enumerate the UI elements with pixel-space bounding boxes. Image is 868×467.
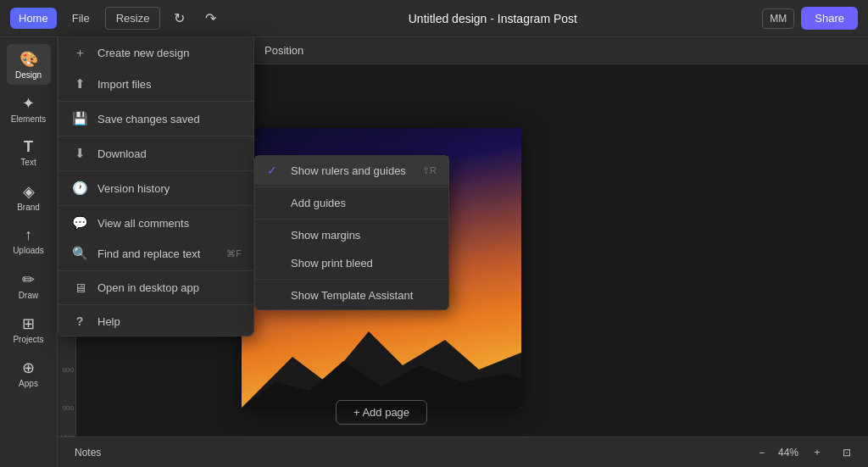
sidebar-item-apps[interactable]: ⊕ Apps <box>7 353 51 393</box>
file-dropdown-divider-5 <box>58 270 253 271</box>
file-item-version-history-label: Version history <box>97 182 170 195</box>
zoom-in-button[interactable]: ＋ <box>805 442 829 463</box>
file-dropdown-divider-6 <box>58 304 253 305</box>
sidebar-item-design[interactable]: 🎨 Design <box>7 44 51 85</box>
file-dropdown-divider-2 <box>58 136 253 136</box>
download-icon: ⬇ <box>70 146 89 161</box>
file-item-save-changes[interactable]: 💾 Save changes saved <box>58 103 253 134</box>
rulers-item-show-rulers[interactable]: ✓ Show rulers and guides ⇧R <box>255 156 448 185</box>
import-files-icon: ⬆ <box>70 76 89 92</box>
rulers-item-show-template[interactable]: Show Template Assistant <box>255 281 448 309</box>
sidebar-item-uploads[interactable]: ↑ Uploads <box>7 220 51 261</box>
sidebar-item-elements[interactable]: ✦ Elements <box>7 88 51 129</box>
save-changes-icon: 💾 <box>70 111 89 126</box>
file-item-create-new-design-label: Create new design <box>97 47 189 59</box>
zoom-level: 44% <box>778 447 798 459</box>
view-comments-icon: 💬 <box>70 215 89 231</box>
share-button[interactable]: Share <box>801 7 858 30</box>
rotate-icon[interactable]: ↻ <box>167 6 192 31</box>
sidebar-item-draw[interactable]: ✏ Draw <box>7 264 51 305</box>
sidebar-item-projects-label: Projects <box>13 335 43 344</box>
redo-icon[interactable]: ↷ <box>198 6 223 31</box>
rulers-item-show-print-bleed[interactable]: Show print bleed <box>255 249 448 277</box>
file-dropdown: ＋ Create new design ⬆ Import files 💾 Sav… <box>58 37 254 336</box>
projects-icon: ⊞ <box>22 314 35 333</box>
topbar: Home File Resize ↻ ↷ MM Share <box>0 0 868 37</box>
file-item-help[interactable]: ? Help <box>58 307 253 336</box>
help-icon: ? <box>70 314 89 328</box>
sidebar-item-draw-label: Draw <box>19 291 38 300</box>
file-item-find-replace-label: Find and replace text <box>97 247 200 260</box>
sidebar-item-text[interactable]: T Text <box>7 132 51 173</box>
sidebar-item-apps-label: Apps <box>19 379 38 388</box>
find-replace-shortcut: ⌘F <box>226 248 242 259</box>
rulers-item-add-guides[interactable]: Add guides <box>255 189 448 217</box>
file-item-download-label: Download <box>97 147 147 160</box>
file-item-find-replace[interactable]: 🔍 Find and replace text ⌘F <box>58 238 253 269</box>
topbar-right: MM Share <box>762 7 858 30</box>
rulers-item-show-margins[interactable]: Show margins <box>255 221 448 249</box>
mountain-silhouette <box>242 306 521 408</box>
file-dropdown-divider-3 <box>58 170 253 171</box>
show-margins-label: Show margins <box>291 229 360 242</box>
file-item-import-files[interactable]: ⬆ Import files <box>58 69 253 99</box>
file-item-create-new-design[interactable]: ＋ Create new design <box>58 37 253 69</box>
file-item-open-desktop[interactable]: 🖥 Open in desktop app <box>58 273 253 303</box>
design-title-input[interactable] <box>408 12 577 25</box>
show-print-bleed-label: Show print bleed <box>291 257 373 270</box>
user-badge: MM <box>762 8 794 29</box>
show-rulers-label: Show rulers and guides <box>291 164 406 177</box>
show-rulers-shortcut: ⇧R <box>422 165 437 176</box>
apps-icon: ⊕ <box>22 359 35 377</box>
file-item-version-history[interactable]: 🕐 Version history <box>58 173 253 203</box>
add-guides-label: Add guides <box>291 197 346 209</box>
ruler-vtick-800: 800 <box>60 366 75 374</box>
position-bar-label: Position <box>264 44 303 57</box>
bottom-bar: Notes − 44% ＋ ⊡ <box>58 436 868 467</box>
sidebar-item-uploads-label: Uploads <box>13 246 44 255</box>
file-item-view-all-comments[interactable]: 💬 View all comments <box>58 208 253 238</box>
uploads-icon: ↑ <box>25 226 32 244</box>
create-new-design-icon: ＋ <box>70 45 89 61</box>
show-template-label: Show Template Assistant <box>291 289 413 302</box>
sidebar-item-design-label: Design <box>15 70 42 80</box>
show-rulers-check-icon: ✓ <box>267 164 282 177</box>
elements-icon: ✦ <box>22 94 35 113</box>
sidebar-item-text-label: Text <box>20 158 36 167</box>
file-dropdown-divider-4 <box>58 205 253 206</box>
fit-button[interactable]: ⊡ <box>836 443 858 462</box>
version-history-icon: 🕐 <box>70 181 89 196</box>
design-icon: 🎨 <box>19 50 38 69</box>
rulers-divider-2 <box>255 219 448 220</box>
position-bar: Position <box>254 37 868 64</box>
file-item-view-comments-label: View all comments <box>97 217 189 230</box>
add-page-container: + Add page <box>242 400 521 425</box>
text-icon: T <box>24 138 33 156</box>
brand-icon: ◈ <box>23 182 35 201</box>
file-dropdown-divider-1 <box>58 101 253 102</box>
notes-button[interactable]: Notes <box>68 443 108 462</box>
file-button[interactable]: File <box>64 8 98 29</box>
file-item-save-changes-label: Save changes saved <box>97 113 200 125</box>
sidebar-item-elements-label: Elements <box>11 114 47 124</box>
rulers-divider-1 <box>255 186 448 187</box>
draw-icon: ✏ <box>22 270 35 289</box>
sidebar-item-projects[interactable]: ⊞ Projects <box>7 309 51 349</box>
rulers-divider-3 <box>255 279 448 280</box>
rulers-submenu: ✓ Show rulers and guides ⇧R Add guides S… <box>254 155 449 310</box>
sidebar-item-brand-label: Brand <box>17 203 40 212</box>
home-button[interactable]: Home <box>10 8 57 29</box>
left-panel: 🎨 Design ✦ Elements T Text ◈ Brand ↑ Upl… <box>0 37 58 467</box>
file-item-import-files-label: Import files <box>97 78 152 91</box>
add-page-button[interactable]: + Add page <box>336 400 427 425</box>
file-item-open-desktop-label: Open in desktop app <box>97 281 199 294</box>
resize-button[interactable]: Resize <box>105 7 161 30</box>
find-replace-icon: 🔍 <box>70 246 89 261</box>
file-item-help-label: Help <box>97 315 120 328</box>
topbar-center <box>408 12 577 25</box>
sidebar-item-brand[interactable]: ◈ Brand <box>7 176 51 217</box>
zoom-out-button[interactable]: − <box>752 443 771 462</box>
file-item-download[interactable]: ⬇ Download <box>58 138 253 169</box>
ruler-vtick-900: 900 <box>60 404 75 412</box>
topbar-left: Home File Resize ↻ ↷ <box>10 6 223 31</box>
